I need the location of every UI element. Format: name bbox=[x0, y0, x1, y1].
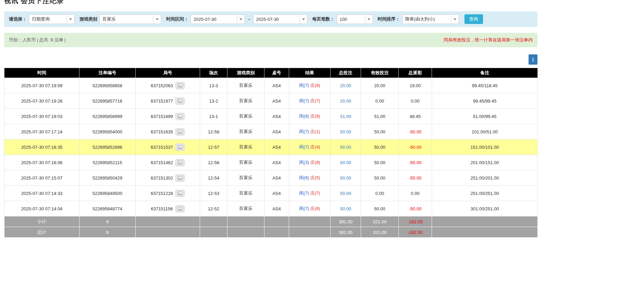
cell-result: 闲(8) 庄(9) bbox=[289, 109, 331, 124]
cell-payout: -50.00 bbox=[399, 170, 432, 186]
total-bet-link[interactable]: 50.00 bbox=[340, 206, 351, 211]
chevron-down-icon[interactable] bbox=[66, 15, 74, 24]
cell-note: 51.00/99.45 bbox=[432, 109, 538, 124]
time-range-label: 时间区间： bbox=[166, 16, 188, 22]
footer-empty-cell bbox=[200, 227, 227, 238]
query-type-select[interactable]: 日期查询 bbox=[29, 14, 75, 24]
cell-session: 12-53 bbox=[200, 186, 227, 201]
chevron-down-icon[interactable] bbox=[237, 15, 245, 24]
subtotal-row: 小计9391.00321.00-182.55 bbox=[4, 216, 538, 227]
cell-table-no: AS4 bbox=[264, 140, 289, 155]
cell-round: 637151228 bbox=[136, 186, 200, 201]
column-header: 场次 bbox=[200, 68, 227, 78]
cell-table-no: AS4 bbox=[264, 124, 289, 140]
footer-count: 9 bbox=[79, 216, 136, 227]
result-banker: 庄(8) bbox=[310, 83, 320, 88]
cell-bet-id: 522695854000 bbox=[79, 124, 136, 140]
cell-bet-id: 522695852896 bbox=[79, 140, 136, 155]
chevron-down-icon[interactable] bbox=[451, 15, 459, 24]
total-bet-link[interactable]: 50.00 bbox=[340, 129, 351, 134]
page-size-select[interactable]: 100 bbox=[337, 14, 373, 24]
footer-count: 9 bbox=[79, 227, 136, 238]
round-number: 637151462 bbox=[151, 160, 173, 165]
cell-note: 151.00/101.00 bbox=[432, 140, 538, 155]
table-header-row: 时间注单编号局号场次游戏类别桌号结果总投注有效投注总派彩备注 bbox=[4, 68, 538, 78]
footer-empty-cell bbox=[227, 227, 264, 238]
chevron-down-icon[interactable] bbox=[365, 15, 373, 24]
table-row: 2025-07-30 07:15:07522695850429637151302… bbox=[4, 170, 538, 186]
footer-valid-bet: 321.00 bbox=[361, 227, 399, 238]
search-button[interactable]: 查询 bbox=[465, 14, 483, 24]
chevron-down-icon[interactable] bbox=[299, 15, 307, 24]
chevron-down-icon[interactable] bbox=[153, 15, 161, 24]
currency-summary-text: 币别：人民币 | 总共 :9 注单 | bbox=[9, 37, 66, 43]
sort-order-select[interactable]: 降幂(由大到小) bbox=[402, 14, 459, 24]
game-record-icon[interactable] bbox=[175, 97, 185, 105]
game-record-icon[interactable] bbox=[175, 190, 185, 197]
cell-result: 闲(7) 庄(4) bbox=[289, 140, 331, 155]
total-bet-link[interactable]: 50.00 bbox=[340, 160, 351, 165]
total-bet-link[interactable]: 50.00 bbox=[340, 175, 351, 181]
cell-bet-id: 522695848774 bbox=[79, 201, 136, 216]
cell-valid-bet: 20.00 bbox=[361, 78, 399, 93]
footer-empty-cell bbox=[136, 216, 200, 227]
cell-result: 闲(7) 庄(8) bbox=[289, 78, 331, 93]
total-bet-link[interactable]: 50.00 bbox=[340, 191, 351, 196]
cell-bet-id: 522695857716 bbox=[79, 93, 136, 109]
cell-time: 2025-07-30 07:17:14 bbox=[4, 124, 79, 140]
cell-game-type: 百家乐 bbox=[227, 78, 264, 93]
result-banker: 庄(7) bbox=[310, 191, 320, 196]
game-record-icon[interactable] bbox=[175, 144, 185, 151]
game-record-icon[interactable] bbox=[175, 205, 185, 212]
table-row: 2025-07-30 07:16:35522695852896637151537… bbox=[4, 140, 538, 155]
total-bet-link[interactable]: 50.00 bbox=[340, 145, 351, 150]
game-type-value: 百家乐 bbox=[100, 15, 153, 24]
cell-table-no: AS4 bbox=[264, 109, 289, 124]
result-banker: 庄(9) bbox=[310, 114, 320, 119]
cell-total-bet: 50.00 bbox=[331, 124, 361, 140]
game-record-icon[interactable] bbox=[175, 128, 185, 135]
column-header: 备注 bbox=[432, 68, 538, 78]
footer-payout: -182.55 bbox=[399, 227, 432, 238]
date-to-picker[interactable]: 2025-07-30 bbox=[253, 14, 308, 24]
page-button-1[interactable]: 1 bbox=[529, 54, 537, 65]
cell-result: 闲(7) 庄(7) bbox=[289, 93, 331, 109]
round-number: 637151156 bbox=[151, 206, 173, 211]
cell-total-bet: 20.00 bbox=[331, 93, 361, 109]
game-type-select[interactable]: 百家乐 bbox=[99, 14, 161, 24]
game-record-icon[interactable] bbox=[175, 82, 185, 89]
cell-session: 13-3 bbox=[200, 78, 227, 93]
total-bet-link[interactable]: 51.00 bbox=[340, 114, 351, 119]
cell-time: 2025-07-30 07:19:59 bbox=[4, 78, 79, 93]
column-header: 结果 bbox=[289, 68, 331, 78]
column-header: 总派彩 bbox=[399, 68, 432, 78]
cell-round: 637151302 bbox=[136, 170, 200, 186]
column-header: 注单编号 bbox=[79, 68, 136, 78]
result-player: 闲(7) bbox=[299, 129, 309, 134]
page-content: 视讯 会员下注纪录 请选择： 日期查询 游戏类别 百家乐 时间区间： 2025-… bbox=[4, 0, 537, 238]
date-from-picker[interactable]: 2025-07-30 bbox=[190, 14, 245, 24]
total-bet-link[interactable]: 20.00 bbox=[340, 83, 351, 88]
page-size-value: 100 bbox=[337, 15, 365, 24]
result-player: 闲(7) bbox=[299, 191, 309, 196]
cell-valid-bet: 0.00 bbox=[361, 186, 399, 201]
column-header: 总投注 bbox=[331, 68, 361, 78]
total-bet-link[interactable]: 20.00 bbox=[340, 98, 351, 104]
result-banker: 庄(6) bbox=[310, 206, 320, 211]
cell-total-bet: 50.00 bbox=[331, 170, 361, 186]
cell-game-type: 百家乐 bbox=[227, 155, 264, 170]
game-record-icon[interactable] bbox=[175, 113, 185, 120]
filter-bar: 请选择： 日期查询 游戏类别 百家乐 时间区间： 2025-07-30 ~ 20… bbox=[4, 11, 537, 27]
game-record-icon[interactable] bbox=[175, 174, 185, 182]
pagination: 1 bbox=[4, 54, 537, 65]
cell-total-bet: 50.00 bbox=[331, 140, 361, 155]
footer-empty-cell bbox=[264, 216, 289, 227]
result-player: 闲(7) bbox=[299, 206, 309, 211]
game-record-icon[interactable] bbox=[175, 159, 185, 166]
table-row: 2025-07-30 07:17:14522695854000637151635… bbox=[4, 124, 538, 140]
footer-valid-bet: 321.00 bbox=[361, 216, 399, 227]
cell-table-no: AS4 bbox=[264, 93, 289, 109]
result-banker: 庄(8) bbox=[310, 160, 320, 165]
cell-payout: -50.00 bbox=[399, 124, 432, 140]
date-from-value: 2025-07-30 bbox=[191, 15, 237, 24]
